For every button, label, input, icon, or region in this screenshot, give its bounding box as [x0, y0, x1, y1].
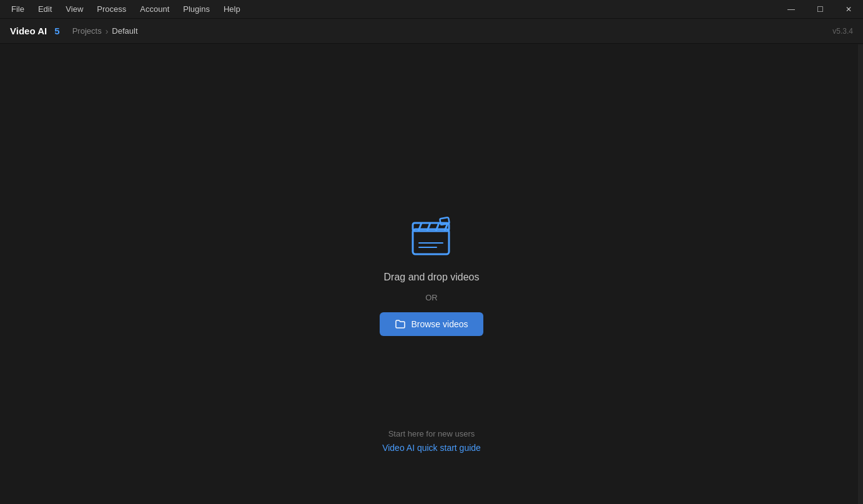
menu-bar: File Edit View Process Account Plugins H… — [5, 2, 858, 16]
browse-videos-button[interactable]: Browse videos — [380, 312, 483, 336]
menu-view[interactable]: View — [59, 2, 89, 16]
breadcrumb-separator: › — [106, 26, 109, 36]
drop-zone[interactable]: Drag and drop videos OR Browse videos — [380, 212, 483, 336]
app-title: Video AI 5 — [10, 26, 60, 36]
menu-file[interactable]: File — [5, 2, 31, 16]
breadcrumb-projects[interactable]: Projects — [72, 26, 102, 36]
maximize-button[interactable]: ☐ — [806, 0, 834, 19]
menu-process[interactable]: Process — [91, 2, 132, 16]
app-number: 5 — [54, 26, 59, 36]
version-badge: v5.3.4 — [832, 27, 853, 36]
quick-start-label: Start here for new users — [382, 429, 481, 438]
menu-edit[interactable]: Edit — [32, 2, 58, 16]
drag-drop-label: Drag and drop videos — [384, 272, 480, 283]
app-header: Video AI 5 Projects › Default v5.3.4 — [0, 19, 863, 44]
or-label: OR — [425, 293, 438, 302]
svg-rect-0 — [413, 229, 449, 254]
breadcrumb: Projects › Default — [72, 26, 138, 36]
minimize-button[interactable]: — — [777, 0, 806, 19]
browse-videos-label: Browse videos — [411, 319, 468, 329]
quick-start-section: Start here for new users Video AI quick … — [382, 429, 481, 453]
title-bar: File Edit View Process Account Plugins H… — [0, 0, 863, 19]
clapperboard-icon — [407, 212, 456, 262]
app-name-text: Video AI — [10, 26, 47, 36]
quick-start-link[interactable]: Video AI quick start guide — [382, 443, 481, 453]
menu-help[interactable]: Help — [217, 2, 247, 16]
window-controls: — ☐ ✕ — [777, 0, 863, 18]
main-content: Drag and drop videos OR Browse videos St… — [0, 44, 863, 503]
breadcrumb-current: Default — [112, 26, 137, 36]
folder-icon — [395, 319, 406, 330]
svg-rect-6 — [440, 217, 450, 224]
close-button[interactable]: ✕ — [834, 0, 863, 19]
menu-account[interactable]: Account — [134, 2, 175, 16]
menu-plugins[interactable]: Plugins — [177, 2, 216, 16]
scrollbar-track[interactable] — [858, 44, 863, 504]
